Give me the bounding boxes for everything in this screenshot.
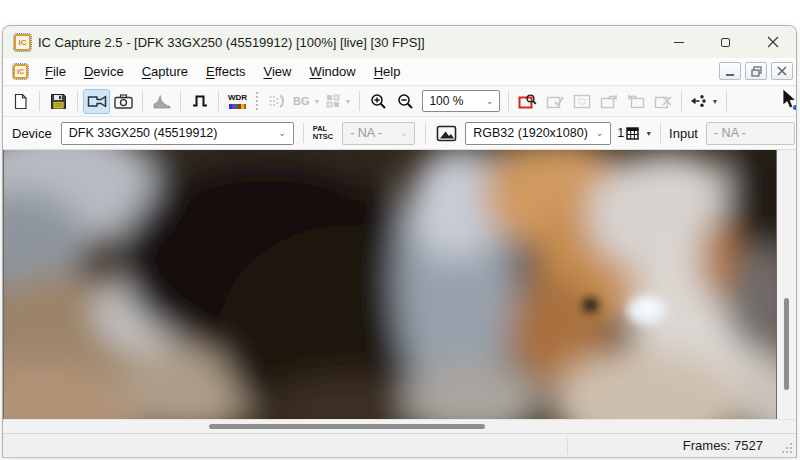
app-logo-icon: IC [14,34,31,51]
window-title: IC Capture 2.5 - [DFK 33GX250 (45519912)… [38,35,425,50]
frames-counter: Frames: 7527 [683,438,763,453]
vertical-scrollbar-thumb[interactable] [784,298,789,390]
vertical-scrollbar[interactable] [777,150,796,419]
main-toolbar: WDR BG ▼ ▼ 100 % ⌄ [3,86,796,117]
resize-grip[interactable] [781,442,793,454]
roi-redo-button [595,89,622,114]
binning-dropdown-button[interactable]: 1 ▼ [617,126,652,140]
maximize-icon [721,38,730,47]
snap-image-button[interactable] [110,89,137,114]
toolbar-separator [77,91,78,111]
menu-label: apture [151,64,188,79]
zoom-out-button[interactable] [392,89,419,114]
device-combobox[interactable]: DFK 33GX250 (45519912) ⌄ [61,122,294,145]
menu-effects[interactable]: Effects [197,60,255,83]
wdr-color-bar [229,104,246,109]
toolbar-separator [726,91,727,111]
save-image-button[interactable] [45,89,72,114]
mdi-window-buttons [719,62,793,80]
video-norm-combobox: - NA - ⌄ [342,122,415,145]
roi-zoom-button[interactable] [514,89,541,114]
mdi-close-button[interactable] [771,62,793,80]
menu-label: H [374,64,383,79]
chevron-down-icon: ⌄ [596,128,604,138]
menu-capture[interactable]: Capture [133,60,197,83]
mdi-minimize-icon [726,74,734,76]
mdi-restore-button[interactable] [745,62,767,80]
zoom-in-button[interactable] [365,89,392,114]
mdi-close-icon [777,66,787,76]
roi-center-icon [573,94,591,109]
toolbar-separator [303,123,304,143]
trigger-connector-icon [690,94,707,108]
trigger-dropdown-button[interactable]: ▼ [687,89,721,114]
maximize-button[interactable] [702,26,749,58]
roi-apply-icon [546,94,564,109]
close-icon [767,36,779,48]
menu-bar: IC File Device Capture Effects View Wind… [3,58,796,86]
mdi-restore-icon [751,66,762,77]
minimize-button[interactable] [655,26,702,58]
chevron-down-icon: ⌄ [400,128,408,138]
roi-delete-button [649,89,676,114]
chevron-down-icon: ▼ [711,98,718,105]
horizontal-scrollbar[interactable] [3,419,796,433]
trigger-mode-button[interactable] [186,89,213,114]
mdi-minimize-button[interactable] [719,62,741,80]
histogram-button[interactable] [148,89,175,114]
mouse-cursor [782,89,797,115]
wdr-label: WDR [228,94,247,102]
chevron-down-icon: ⌄ [278,128,286,138]
mdi-child-icon: IC [13,64,28,79]
debayer-icon [268,94,286,109]
app-window: IC IC Capture 2.5 - [DFK 33GX250 (455199… [2,25,797,458]
toolbar-separator [660,123,661,143]
background-dropdown-button[interactable]: BG ▼ [290,89,323,114]
video-camera-icon [87,94,107,109]
cursor-arrow-icon [782,89,797,111]
pattern-dropdown-button[interactable]: ▼ [323,89,354,114]
device-value: DFK 33GX250 (45519912) [69,126,218,140]
input-value: - NA - [714,126,746,140]
menu-label: D [84,64,93,79]
menu-label: evice [93,64,123,79]
toolbar-separator [142,91,143,111]
device-toolbar: Device DFK 33GX250 (45519912) ⌄ PAL NTSC… [3,117,796,150]
video-format-combobox[interactable]: RGB32 (1920x1080) ⌄ [465,122,611,145]
toolbar-grip[interactable] [255,91,259,111]
video-norm-button[interactable]: PAL NTSC [313,125,333,141]
zoom-out-icon [397,93,414,110]
menu-label: V [264,64,272,79]
wdr-icon: WDR [228,94,247,109]
toolbar-separator [425,123,426,143]
close-button[interactable] [749,26,796,58]
new-grabber-button[interactable] [7,89,34,114]
menu-label: ile [53,64,66,79]
menu-label: iew [272,64,292,79]
live-display-toggle-button[interactable] [83,89,110,114]
new-file-icon [13,93,28,110]
roi-delete-icon [654,94,672,109]
chevron-down-icon: ▼ [344,98,351,105]
square-wave-icon [192,94,208,108]
ntsc-label: NTSC [313,133,333,141]
menu-label: ffects [215,64,246,79]
toolbar-separator [39,91,40,111]
video-format-button[interactable] [436,125,457,142]
menu-help[interactable]: Help [365,60,410,83]
menu-view[interactable]: View [255,60,301,83]
zoom-level-combobox[interactable]: 100 % ⌄ [422,90,500,112]
menu-file[interactable]: File [36,60,75,83]
status-separator [567,438,568,454]
photo-camera-icon [114,94,133,109]
wdr-button[interactable]: WDR [224,89,251,114]
histogram-icon [153,94,171,109]
menu-window[interactable]: Window [300,60,364,83]
menu-device[interactable]: Device [75,60,133,83]
live-image-area[interactable] [3,150,777,419]
zoom-in-icon [370,93,387,110]
input-combobox: - NA - [706,122,795,145]
horizontal-scrollbar-thumb[interactable] [209,424,485,429]
debayer-button [263,89,290,114]
roi-apply-button [541,89,568,114]
